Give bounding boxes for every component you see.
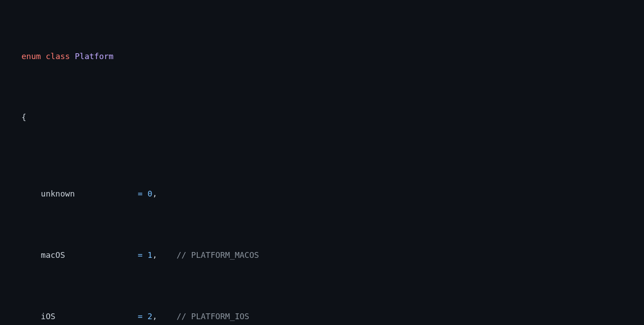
keyword-enum: enum: [21, 51, 41, 61]
comment: // PLATFORM_MACOS: [177, 250, 259, 260]
code-line: unknown = 0,: [0, 186, 644, 201]
enum-value: 1: [148, 250, 153, 260]
code-line: {: [0, 110, 644, 125]
enum-member: unknown: [41, 189, 75, 198]
enum-value: 0: [148, 189, 153, 198]
code-editor[interactable]: enum class Platform { unknown = 0, macOS…: [0, 0, 644, 325]
type-name: Platform: [75, 51, 114, 61]
code-line: macOS = 1, // PLATFORM_MACOS: [0, 248, 644, 263]
brace-open: {: [21, 112, 26, 122]
enum-member: macOS: [41, 250, 65, 260]
comment: // PLATFORM_IOS: [177, 312, 250, 321]
code-line: enum class Platform: [0, 49, 644, 64]
enum-member: iOS: [41, 312, 55, 321]
code-line: iOS = 2, // PLATFORM_IOS: [0, 309, 644, 324]
keyword-class: class: [46, 51, 70, 61]
enum-value: 2: [148, 312, 153, 321]
